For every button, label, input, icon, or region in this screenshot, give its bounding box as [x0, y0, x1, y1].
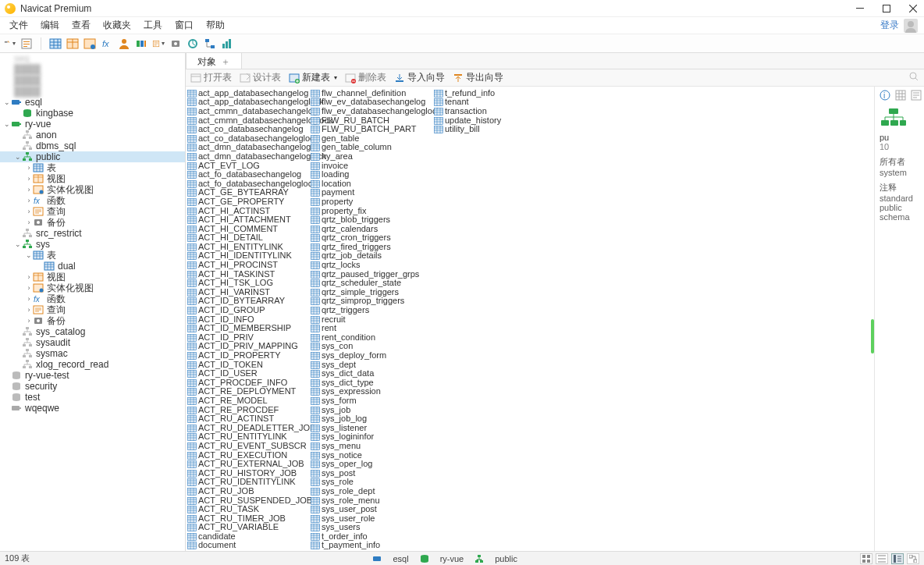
model-icon[interactable]: [204, 37, 216, 50]
table-item[interactable]: ACT_HI_COMMENT: [186, 224, 309, 233]
table-item[interactable]: ACT_RU_TIMER_JOB: [186, 513, 309, 523]
tree-item[interactable]: ·src_restrict: [0, 228, 185, 239]
table-item[interactable]: qrtz_fired_triggers: [309, 242, 432, 251]
user-icon[interactable]: [118, 37, 130, 50]
table-item[interactable]: sys_job_log: [309, 414, 432, 423]
minimize-button[interactable]: [854, 2, 866, 15]
tree-item[interactable]: ·xlog_record_read: [0, 359, 185, 370]
detail-icon[interactable]: [911, 90, 922, 103]
table-item[interactable]: ACT_HI_ATTACHMENT: [186, 215, 309, 224]
table-item[interactable]: ACT_HI_PROCINST: [186, 260, 309, 269]
view-list-button[interactable]: [876, 553, 888, 564]
table-item[interactable]: sys_user_post: [309, 504, 432, 513]
chevron-down-icon[interactable]: ⌄: [14, 153, 22, 161]
tab-objects[interactable]: 对象 ＋: [186, 52, 242, 69]
table-item[interactable]: act_app_databasechangeloglock: [186, 98, 309, 107]
table-item[interactable]: ACT_RU_DEADLETTER_JOB: [186, 423, 309, 432]
chevron-down-icon[interactable]: ⌄: [3, 120, 11, 128]
table-item[interactable]: ACT_RE_PROCDEF: [186, 405, 309, 414]
chevron-down-icon[interactable]: ⌄: [14, 240, 22, 248]
table-item[interactable]: qrtz_cron_triggers: [309, 233, 432, 243]
table-item[interactable]: act_co_databasechangeloglock: [186, 133, 309, 143]
table-item[interactable]: ACT_HI_ACTINST: [186, 206, 309, 215]
table-item[interactable]: document: [186, 541, 309, 550]
chevron-down-icon[interactable]: ⌄: [3, 98, 11, 106]
backup-icon[interactable]: [169, 37, 182, 50]
table-item[interactable]: candidate: [186, 531, 309, 541]
chevron-right-icon[interactable]: ›: [25, 164, 33, 172]
menu-fav[interactable]: 收藏夹: [97, 17, 137, 34]
chevron-right-icon[interactable]: ›: [25, 273, 33, 281]
table-item[interactable]: rent: [309, 323, 432, 332]
tree-item[interactable]: ·anon: [0, 130, 185, 140]
tree-item[interactable]: ›fx函数: [0, 293, 185, 304]
view-er-button[interactable]: [907, 553, 919, 564]
menu-window[interactable]: 窗口: [169, 17, 200, 34]
tree-item[interactable]: ·dbms_sql: [0, 140, 185, 151]
table-item[interactable]: sys_users: [309, 523, 432, 532]
new-table-button[interactable]: 新建表▾: [289, 71, 337, 84]
tree-item[interactable]: ·ry-vue-test: [0, 370, 185, 381]
tree-item[interactable]: ·wqeqwe: [0, 403, 185, 414]
menu-file[interactable]: 文件: [3, 17, 34, 34]
table-item[interactable]: ACT_HI_TSK_LOG: [186, 278, 309, 287]
tree-item[interactable]: ›fx函数: [0, 195, 185, 206]
table-item[interactable]: ACT_RU_HISTORY_JOB: [186, 468, 309, 478]
table-item[interactable]: act_app_databasechangelog: [186, 88, 309, 98]
table-item[interactable]: qrtz_triggers: [309, 305, 432, 314]
table-item[interactable]: sys_role_menu: [309, 496, 432, 505]
table-item[interactable]: qrtz_locks: [309, 260, 432, 269]
table-item[interactable]: ACT_RU_EXTERNAL_JOB: [186, 459, 309, 468]
table-item[interactable]: qrtz_simprop_triggers: [309, 297, 432, 306]
table-item[interactable]: sys_role: [309, 478, 432, 487]
table-item[interactable]: ACT_ID_PRIV: [186, 332, 309, 342]
menu-edit[interactable]: 编辑: [34, 17, 66, 34]
table-item[interactable]: ACT_GE_PROPERTY: [186, 197, 309, 206]
tree-item[interactable]: ·test: [0, 392, 185, 403]
table-item[interactable]: sys_deploy_form: [309, 350, 432, 360]
table-item[interactable]: flw_ev_databasechangeloglock: [309, 106, 432, 115]
table-item[interactable]: act_cmmn_databasechangeloglock: [186, 115, 309, 125]
chevron-right-icon[interactable]: ›: [25, 317, 33, 325]
tree-item[interactable]: ›实体化视图: [0, 184, 185, 195]
table-item[interactable]: FLW_RU_BATCH_PART: [309, 124, 432, 133]
tree-item[interactable]: ·dual: [0, 261, 185, 272]
table-item[interactable]: ACT_HI_TASKINST: [186, 269, 309, 279]
table-item[interactable]: ACT_HI_DETAIL: [186, 233, 309, 243]
table-item[interactable]: t_payment_info: [309, 541, 432, 550]
table-item[interactable]: loading: [309, 169, 432, 179]
table-item[interactable]: sys_form: [309, 396, 432, 405]
view-grid-button[interactable]: [860, 553, 872, 564]
grid-icon[interactable]: [895, 90, 906, 103]
table-item[interactable]: sys_logininfor: [309, 432, 432, 442]
table-item[interactable]: ACT_ID_MEMBERSHIP: [186, 323, 309, 332]
table-item[interactable]: t_refund_info: [432, 88, 556, 98]
table-item[interactable]: ACT_EVT_LOG: [186, 161, 309, 170]
table-item[interactable]: entry: [186, 549, 309, 551]
table-item[interactable]: hy_area: [309, 151, 432, 161]
tree-item[interactable]: ·sysaudit: [0, 337, 185, 348]
table-item[interactable]: qrtz_calendars: [309, 224, 432, 233]
tree-item[interactable]: ›备份: [0, 217, 185, 228]
tree-item[interactable]: ·sys_catalog: [0, 326, 185, 337]
table-item[interactable]: property: [309, 197, 432, 206]
chevron-right-icon[interactable]: ›: [25, 306, 33, 314]
table-item[interactable]: property_fix: [309, 206, 432, 215]
table-item[interactable]: ACT_ID_PRIV_MAPPING: [186, 342, 309, 351]
table-item[interactable]: t_order_info: [309, 531, 432, 541]
table-item[interactable]: ACT_RU_SUSPENDED_JOB: [186, 496, 309, 505]
table-item[interactable]: ACT_RU_EXECUTION: [186, 450, 309, 460]
table-item[interactable]: ACT_ID_PROPERTY: [186, 350, 309, 360]
table-list-view[interactable]: act_app_databasechangelogact_app_databas…: [186, 87, 874, 551]
chevron-down-icon[interactable]: ⌄: [25, 251, 33, 259]
tree-item[interactable]: ›实体化视图: [0, 282, 185, 293]
tree-item[interactable]: ·sysmac: [0, 348, 185, 359]
table-icon[interactable]: [49, 37, 62, 50]
table-item[interactable]: qrtz_simple_triggers: [309, 287, 432, 297]
chevron-right-icon[interactable]: ›: [25, 219, 33, 226]
table-item[interactable]: ACT_ID_USER: [186, 368, 309, 378]
table-item[interactable]: utility_bill: [432, 124, 556, 133]
new-connection-button[interactable]: [3, 37, 16, 50]
chevron-right-icon[interactable]: ›: [25, 295, 33, 303]
tree-item[interactable]: ›查询: [0, 304, 185, 315]
